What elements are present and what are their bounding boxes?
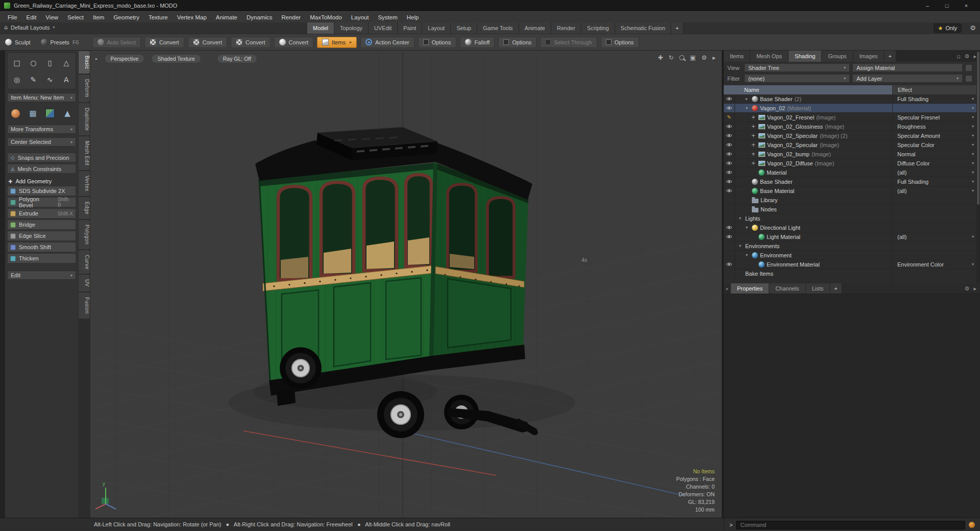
effect-dropdown[interactable]: ▾ bbox=[892, 104, 976, 112]
expand-icon[interactable]: + bbox=[750, 124, 756, 129]
expand-icon[interactable]: ▾ bbox=[737, 244, 743, 248]
viewport-menu-icon[interactable]: ▸ bbox=[713, 54, 716, 61]
expand-icon[interactable]: ▾ bbox=[737, 216, 743, 221]
tree-row-environment-material[interactable]: Environment MaterialEnvironment Color▾ bbox=[724, 260, 976, 269]
pan-icon[interactable]: ✚ bbox=[658, 54, 663, 61]
effect-dropdown[interactable]: Full Shading▾ bbox=[892, 177, 976, 186]
sphere-icon[interactable]: ○ bbox=[26, 55, 41, 70]
toolbar-falloff-button[interactable]: Falloff bbox=[460, 37, 495, 48]
visibility-eye-icon[interactable] bbox=[724, 94, 735, 103]
visibility-eye-icon[interactable] bbox=[724, 104, 735, 112]
gear-icon[interactable]: ⚙ bbox=[970, 24, 976, 32]
props-flyout-icon[interactable]: ▸ bbox=[973, 285, 976, 292]
visibility-eye-icon[interactable] bbox=[724, 177, 735, 186]
tool-tab-deform[interactable]: Deform bbox=[79, 75, 90, 102]
tree-row-base-material[interactable]: Base Material(all)▾ bbox=[724, 186, 976, 196]
tree-row-vagon-02-specular[interactable]: +Vagon_02_Specular(Image) (2)Specular Am… bbox=[724, 131, 976, 140]
menu-system[interactable]: System bbox=[373, 13, 402, 22]
panel-tab-shading[interactable]: Shading bbox=[789, 51, 822, 62]
menu-dynamics[interactable]: Dynamics bbox=[242, 13, 277, 22]
add-layer-dropdown[interactable]: Add Layer ▾ bbox=[852, 74, 963, 83]
geometry-smooth-shift-button[interactable]: Smooth Shift bbox=[7, 242, 76, 252]
cone-icon[interactable]: △ bbox=[59, 55, 74, 70]
snaps-and-precision-button[interactable]: ◇ Snaps and Precision bbox=[7, 153, 76, 162]
tree-row-bake-items[interactable]: Bake Items bbox=[724, 269, 976, 278]
presets-tool[interactable]: Presets F6 bbox=[41, 39, 79, 45]
minimize-button[interactable]: – bbox=[918, 0, 937, 11]
toolbar-convert-button[interactable]: Convert bbox=[188, 37, 228, 48]
menu-animate[interactable]: Animate bbox=[211, 13, 242, 22]
effect-dropdown[interactable]: Specular Amount▾ bbox=[892, 131, 976, 140]
effect-dropdown[interactable]: (all)▾ bbox=[892, 232, 976, 241]
effect-dropdown[interactable]: (all)▾ bbox=[892, 186, 976, 195]
expand-icon[interactable]: + bbox=[750, 133, 756, 138]
mesh-constraints-button[interactable]: ◬ Mesh Constraints bbox=[7, 164, 76, 174]
geometry-thicken-button[interactable]: Thicken bbox=[7, 253, 76, 263]
toolbar-convert-button[interactable]: Convert bbox=[274, 37, 314, 48]
maximize-button[interactable]: □ bbox=[937, 0, 957, 11]
panel-tab-mesh-ops[interactable]: Mesh Ops bbox=[750, 51, 789, 62]
visibility-eye-icon[interactable] bbox=[724, 159, 735, 167]
edit-dropdown[interactable]: Edit ▾ bbox=[7, 271, 76, 280]
maximize-icon[interactable]: ▣ bbox=[690, 54, 696, 61]
menu-texture[interactable]: Texture bbox=[144, 13, 173, 22]
toolbar-auto-select-button[interactable]: Auto Select bbox=[92, 37, 141, 48]
expand-icon[interactable]: ▸ bbox=[744, 96, 750, 101]
properties-tab-lists[interactable]: Lists bbox=[806, 283, 830, 294]
menu-item[interactable]: Item bbox=[88, 13, 109, 22]
expand-icon[interactable]: ▾ bbox=[744, 106, 750, 110]
layout-tab-scripting[interactable]: Scripting bbox=[581, 22, 615, 34]
close-button[interactable]: × bbox=[957, 0, 976, 11]
tree-row-vagon-02[interactable]: ▾Vagon_02(Material)▾ bbox=[724, 104, 976, 113]
toolbar-items-button[interactable]: Items bbox=[317, 37, 357, 48]
toolbar-convert-button[interactable]: Convert bbox=[144, 37, 184, 48]
visibility-eye-icon[interactable] bbox=[724, 131, 735, 140]
panel-tab-groups[interactable]: Groups bbox=[822, 51, 853, 62]
properties-tab-properties[interactable]: Properties bbox=[731, 283, 769, 294]
tree-row-vagon-02-specular[interactable]: +Vagon_02_Specular(Image)Specular Color▾ bbox=[724, 140, 976, 150]
tool-tab-duplicate[interactable]: Duplicate bbox=[79, 103, 90, 135]
geometry-edge-slice-button[interactable]: Edge Slice bbox=[7, 231, 76, 241]
geometry-bridge-button[interactable]: Bridge bbox=[7, 220, 76, 230]
cylinder-icon[interactable]: ▯ bbox=[42, 55, 58, 70]
tree-row-vagon-02-bump[interactable]: +Vagon_02_bump(Image)Normal▾ bbox=[724, 150, 976, 159]
tree-row-vagon-02-diffuse[interactable]: +Vagon_02_Diffuse(Image)Diffuse Color▾ bbox=[724, 159, 976, 168]
torus-icon[interactable]: ◎ bbox=[9, 71, 24, 87]
layout-tab-topology[interactable]: Topology bbox=[334, 22, 369, 34]
array-grid-icon[interactable]: ▦ bbox=[26, 106, 41, 121]
menu-help[interactable]: Help bbox=[402, 13, 424, 22]
geometry-extrude-button[interactable]: ExtrudeShift-X bbox=[7, 208, 76, 219]
effect-dropdown[interactable]: Full Shading▾ bbox=[892, 94, 976, 103]
layout-tab-uvedit[interactable]: UVEdit bbox=[369, 22, 398, 34]
effect-column-header[interactable]: Effect bbox=[892, 85, 980, 94]
expand-icon[interactable]: ▾ bbox=[744, 225, 750, 230]
visibility-eye-icon[interactable] bbox=[724, 168, 735, 177]
panel-tab-items[interactable]: Items bbox=[724, 51, 750, 62]
settings-gear-icon[interactable]: ⚙ bbox=[701, 54, 707, 61]
textured-cube-icon[interactable] bbox=[43, 106, 58, 121]
geometry-polygon-bevel-button[interactable]: Polygon BevelShift-B bbox=[7, 197, 76, 207]
viewport-3d[interactable]: y 4x ▸ PerspectiveShaded TextureRay GL: … bbox=[90, 51, 722, 518]
layout-tab-render[interactable]: Render bbox=[551, 22, 581, 34]
effect-dropdown[interactable]: Environment Color▾ bbox=[892, 260, 976, 269]
tree-row-library[interactable]: Library bbox=[724, 196, 976, 205]
panel-mini-button[interactable] bbox=[965, 64, 972, 71]
expand-icon[interactable]: + bbox=[750, 160, 756, 166]
command-record-icon[interactable] bbox=[969, 522, 975, 528]
visibility-eye-icon[interactable] bbox=[724, 223, 735, 232]
layout-tab-layout[interactable]: Layout bbox=[422, 22, 451, 34]
default-layouts-dropdown[interactable]: ⌂ Default Layouts ▾ bbox=[4, 24, 55, 31]
add-layout-tab-button[interactable]: + bbox=[671, 22, 683, 34]
curve-icon[interactable]: ∿ bbox=[42, 71, 58, 87]
center-selected-dropdown[interactable]: Center Selected ▾ bbox=[7, 137, 76, 147]
panel-tab-images[interactable]: Images bbox=[853, 51, 885, 62]
zoom-icon[interactable] bbox=[679, 55, 684, 60]
cube-icon[interactable]: □ bbox=[9, 55, 24, 70]
expand-icon[interactable]: + bbox=[750, 114, 756, 120]
effect-dropdown[interactable]: Normal▾ bbox=[892, 150, 976, 158]
expand-icon[interactable]: + bbox=[750, 151, 756, 157]
viewport-mode-shaded-texture[interactable]: Shaded Texture bbox=[151, 54, 201, 63]
properties-tab-channels[interactable]: Channels bbox=[769, 283, 805, 294]
menu-view[interactable]: View bbox=[41, 13, 63, 22]
effect-dropdown[interactable]: Specular Fresnel▾ bbox=[892, 113, 976, 122]
